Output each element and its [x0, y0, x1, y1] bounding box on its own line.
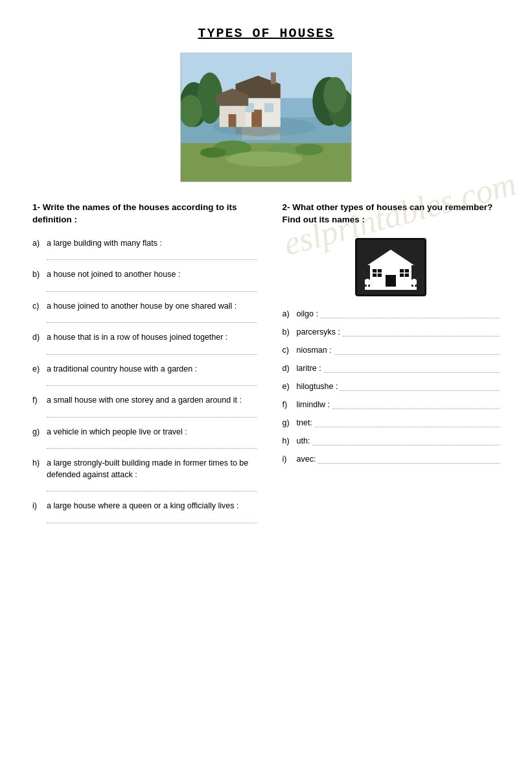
svg-rect-19: [271, 73, 276, 84]
anagram-word-g: tnet:: [297, 418, 312, 427]
anagram-word-a: oilgo :: [297, 309, 318, 318]
anagram-label-h: h): [283, 436, 297, 445]
item-label-h: h): [32, 458, 47, 469]
list-item: d) a house that is in a row of houses jo…: [32, 332, 257, 355]
anagram-answer-a[interactable]: [321, 309, 500, 318]
svg-rect-29: [386, 275, 396, 288]
anagram-word-d: laritre :: [297, 364, 321, 373]
page-title: TYPES OF HOUSES: [32, 26, 500, 41]
list-item: f) a small house with one storey and a g…: [32, 395, 257, 418]
anagram-label-a: a): [283, 309, 297, 318]
svg-rect-18: [229, 114, 237, 127]
item-label-i: i): [32, 501, 47, 512]
section1-title: 1- Write the names of the houses accordi…: [32, 202, 257, 226]
item-label-d: d): [32, 332, 47, 344]
section1-list: a) a large building with many flats : b)…: [32, 238, 257, 523]
answer-line-f[interactable]: [47, 409, 257, 418]
list-item: h) a large strongly-built building made …: [32, 458, 257, 492]
item-text-i: a large house where a queen or a king of…: [47, 501, 257, 512]
svg-point-24: [200, 148, 226, 158]
item-label-c: c): [32, 301, 47, 313]
house-icon-box: [355, 238, 426, 296]
answer-line-e[interactable]: [47, 377, 257, 386]
svg-rect-13: [251, 110, 262, 127]
anagram-word-c: niosman :: [297, 346, 332, 355]
anagram-item-e: e) hilogtushe :: [283, 382, 500, 391]
answer-line-a[interactable]: [47, 251, 257, 260]
anagram-answer-c[interactable]: [334, 346, 500, 355]
answer-line-g[interactable]: [47, 440, 257, 449]
anagram-word-b: parcersyks :: [297, 327, 340, 337]
list-item: c) a house joined to another house by on…: [32, 301, 257, 324]
anagram-answer-h[interactable]: [312, 436, 500, 445]
list-item: e) a traditional country house with a ga…: [32, 364, 257, 386]
section2-title: 2- What other types of houses can you re…: [283, 202, 500, 226]
item-label-b: b): [32, 269, 47, 281]
anagram-item-a: a) oilgo :: [283, 309, 500, 318]
svg-point-10: [323, 77, 347, 113]
answer-line-c[interactable]: [47, 314, 257, 323]
item-label-a: a): [32, 238, 47, 250]
anagram-answer-e[interactable]: [340, 382, 500, 391]
item-label-f: f): [32, 395, 47, 407]
item-text-f: a small house with one storey and a gard…: [47, 395, 257, 407]
anagram-label-i: i): [283, 455, 297, 464]
anagram-label-e: e): [283, 382, 297, 391]
anagram-label-f: f): [283, 400, 297, 409]
anagram-answer-b[interactable]: [343, 327, 500, 337]
anagram-item-c: c) niosman :: [283, 346, 500, 355]
anagram-label-d: d): [283, 364, 297, 373]
list-item: i) a large house where a queen or a king…: [32, 501, 257, 523]
anagram-item-h: h) uth:: [283, 436, 500, 445]
anagram-label-c: c): [283, 346, 297, 355]
answer-line-b[interactable]: [47, 283, 257, 292]
anagram-item-i: i) avec:: [283, 455, 500, 464]
anagram-item-d: d) laritre :: [283, 364, 500, 373]
item-text-g: a vehicle in which people live or travel…: [47, 427, 257, 438]
list-item: g) a vehicle in which people live or tra…: [32, 427, 257, 449]
item-text-e: a traditional country house with a garde…: [47, 364, 257, 375]
anagram-item-b: b) parcersyks :: [283, 327, 500, 337]
svg-rect-15: [264, 103, 273, 112]
anagram-word-e: hilogtushe :: [297, 382, 338, 391]
section2: 2- What other types of houses can you re…: [276, 202, 500, 532]
anagram-answer-i[interactable]: [318, 455, 500, 464]
anagram-word-i: avec:: [297, 455, 316, 464]
svg-point-26: [226, 151, 303, 167]
anagram-item-g: g) tnet:: [283, 418, 500, 427]
item-text-b: a house not joined to another house :: [47, 269, 257, 281]
svg-marker-28: [367, 250, 414, 265]
answer-line-i[interactable]: [47, 514, 257, 523]
anagram-word-f: limindlw :: [297, 400, 330, 409]
section2-list: a) oilgo : b) parcersyks : c) niosman : …: [283, 309, 500, 464]
list-item: b) a house not joined to another house :: [32, 269, 257, 292]
list-item: a) a large building with many flats :: [32, 238, 257, 261]
anagram-answer-f[interactable]: [332, 400, 500, 409]
item-text-c: a house joined to another house by one s…: [47, 301, 257, 313]
section1: 1- Write the names of the houses accordi…: [32, 202, 257, 532]
header-image: [180, 53, 352, 182]
svg-rect-40: [365, 287, 417, 290]
svg-point-25: [295, 144, 324, 156]
item-label-g: g): [32, 427, 47, 438]
answer-line-d[interactable]: [47, 346, 257, 355]
item-text-a: a large building with many flats :: [47, 238, 257, 250]
anagram-label-g: g): [283, 418, 297, 427]
anagram-label-b: b): [283, 327, 297, 337]
anagram-word-h: uth:: [297, 436, 310, 445]
anagram-answer-d[interactable]: [324, 364, 500, 373]
item-text-d: a house that is in a row of houses joine…: [47, 332, 257, 344]
answer-line-h[interactable]: [47, 482, 257, 492]
anagram-item-f: f) limindlw :: [283, 400, 500, 409]
item-label-e: e): [32, 364, 47, 375]
anagram-answer-g[interactable]: [315, 418, 500, 427]
item-text-h: a large strongly-built building made in …: [47, 458, 257, 480]
